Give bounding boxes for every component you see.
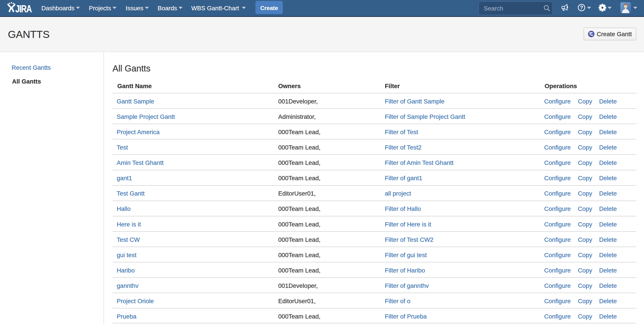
svg-text:?: ? — [580, 5, 583, 11]
